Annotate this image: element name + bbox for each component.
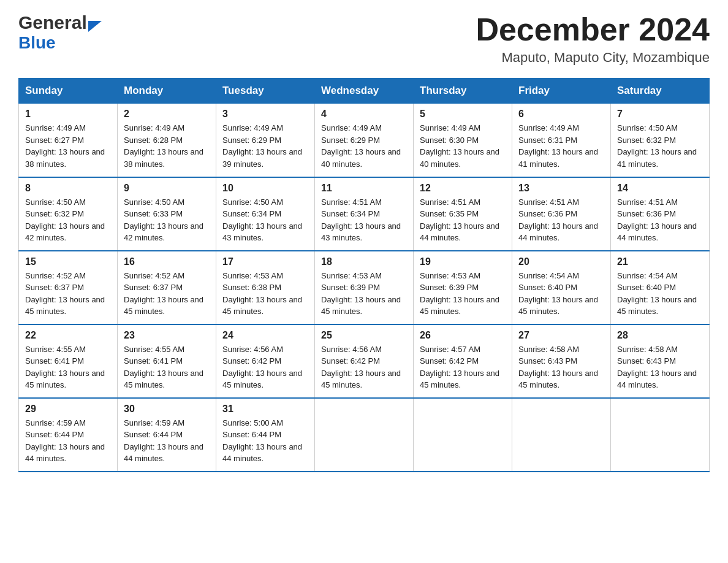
day-number: 20 xyxy=(518,256,604,267)
calendar-table: Sunday Monday Tuesday Wednesday Thursday… xyxy=(18,78,710,472)
day-number: 30 xyxy=(124,404,210,415)
header-friday: Friday xyxy=(512,79,611,104)
day-info: Sunrise: 4:58 AMSunset: 6:43 PMDaylight:… xyxy=(518,345,598,390)
calendar-header-row: Sunday Monday Tuesday Wednesday Thursday… xyxy=(19,79,710,104)
day-number: 27 xyxy=(518,330,604,341)
table-row: 4 Sunrise: 4:49 AMSunset: 6:29 PMDayligh… xyxy=(315,104,414,177)
day-info: Sunrise: 5:00 AMSunset: 6:44 PMDaylight:… xyxy=(222,418,302,464)
title-area: December 2024 Maputo, Maputo City, Mozam… xyxy=(476,12,710,66)
day-info: Sunrise: 4:49 AMSunset: 6:31 PMDaylight:… xyxy=(518,123,598,169)
day-info: Sunrise: 4:56 AMSunset: 6:42 PMDaylight:… xyxy=(222,345,302,390)
table-row: 10 Sunrise: 4:50 AMSunset: 6:34 PMDaylig… xyxy=(216,177,315,251)
day-info: Sunrise: 4:51 AMSunset: 6:36 PMDaylight:… xyxy=(518,197,598,243)
table-row: 2 Sunrise: 4:49 AMSunset: 6:28 PMDayligh… xyxy=(118,104,216,177)
location-subtitle: Maputo, Maputo City, Mozambique xyxy=(476,50,710,66)
day-number: 23 xyxy=(124,330,210,341)
table-row: 6 Sunrise: 4:49 AMSunset: 6:31 PMDayligh… xyxy=(512,104,611,177)
day-number: 15 xyxy=(25,256,111,267)
table-row: 7 Sunrise: 4:50 AMSunset: 6:32 PMDayligh… xyxy=(611,104,710,177)
day-info: Sunrise: 4:49 AMSunset: 6:27 PMDaylight:… xyxy=(25,123,105,169)
table-row: 18 Sunrise: 4:53 AMSunset: 6:39 PMDaylig… xyxy=(315,251,414,324)
day-number: 16 xyxy=(124,256,210,267)
day-info: Sunrise: 4:49 AMSunset: 6:28 PMDaylight:… xyxy=(124,123,203,169)
table-row: 15 Sunrise: 4:52 AMSunset: 6:37 PMDaylig… xyxy=(19,251,118,324)
day-number: 3 xyxy=(222,109,308,120)
calendar-week-row: 1 Sunrise: 4:49 AMSunset: 6:27 PMDayligh… xyxy=(19,104,710,177)
table-row: 28 Sunrise: 4:58 AMSunset: 6:43 PMDaylig… xyxy=(611,324,710,398)
day-number: 28 xyxy=(617,330,703,341)
table-row: 19 Sunrise: 4:53 AMSunset: 6:39 PMDaylig… xyxy=(414,251,512,324)
day-number: 2 xyxy=(124,109,210,120)
day-number: 6 xyxy=(518,109,604,120)
day-info: Sunrise: 4:49 AMSunset: 6:29 PMDaylight:… xyxy=(321,123,401,169)
table-row: 9 Sunrise: 4:50 AMSunset: 6:33 PMDayligh… xyxy=(118,177,216,251)
day-number: 9 xyxy=(124,183,210,194)
svg-marker-0 xyxy=(88,21,102,32)
table-row: 17 Sunrise: 4:53 AMSunset: 6:38 PMDaylig… xyxy=(216,251,315,324)
day-number: 31 xyxy=(222,404,308,415)
day-info: Sunrise: 4:50 AMSunset: 6:33 PMDaylight:… xyxy=(124,197,203,243)
table-row: 27 Sunrise: 4:58 AMSunset: 6:43 PMDaylig… xyxy=(512,324,611,398)
day-number: 13 xyxy=(518,183,604,194)
day-number: 7 xyxy=(617,109,703,120)
day-info: Sunrise: 4:53 AMSunset: 6:39 PMDaylight:… xyxy=(321,271,401,316)
day-number: 19 xyxy=(420,256,506,267)
page-header: General Blue December 2024 Maputo, Maput… xyxy=(18,12,710,66)
table-row: 29 Sunrise: 4:59 AMSunset: 6:44 PMDaylig… xyxy=(19,398,118,472)
table-row xyxy=(414,398,512,472)
header-wednesday: Wednesday xyxy=(315,79,414,104)
table-row: 13 Sunrise: 4:51 AMSunset: 6:36 PMDaylig… xyxy=(512,177,611,251)
day-number: 4 xyxy=(321,109,407,120)
header-monday: Monday xyxy=(118,79,216,104)
calendar-week-row: 15 Sunrise: 4:52 AMSunset: 6:37 PMDaylig… xyxy=(19,251,710,324)
day-info: Sunrise: 4:56 AMSunset: 6:42 PMDaylight:… xyxy=(321,345,401,390)
table-row: 3 Sunrise: 4:49 AMSunset: 6:29 PMDayligh… xyxy=(216,104,315,177)
table-row xyxy=(512,398,611,472)
day-info: Sunrise: 4:49 AMSunset: 6:30 PMDaylight:… xyxy=(420,123,499,169)
calendar-week-row: 8 Sunrise: 4:50 AMSunset: 6:32 PMDayligh… xyxy=(19,177,710,251)
table-row: 25 Sunrise: 4:56 AMSunset: 6:42 PMDaylig… xyxy=(315,324,414,398)
day-number: 14 xyxy=(617,183,703,194)
day-info: Sunrise: 4:51 AMSunset: 6:34 PMDaylight:… xyxy=(321,197,401,243)
table-row: 30 Sunrise: 4:59 AMSunset: 6:44 PMDaylig… xyxy=(118,398,216,472)
table-row: 23 Sunrise: 4:55 AMSunset: 6:41 PMDaylig… xyxy=(118,324,216,398)
day-number: 29 xyxy=(25,404,111,415)
table-row: 1 Sunrise: 4:49 AMSunset: 6:27 PMDayligh… xyxy=(19,104,118,177)
header-tuesday: Tuesday xyxy=(216,79,315,104)
table-row xyxy=(611,398,710,472)
logo-blue-text: Blue xyxy=(18,33,56,52)
day-info: Sunrise: 4:50 AMSunset: 6:32 PMDaylight:… xyxy=(25,197,105,243)
table-row: 20 Sunrise: 4:54 AMSunset: 6:40 PMDaylig… xyxy=(512,251,611,324)
day-info: Sunrise: 4:57 AMSunset: 6:42 PMDaylight:… xyxy=(420,345,499,390)
day-number: 11 xyxy=(321,183,407,194)
day-number: 17 xyxy=(222,256,308,267)
day-info: Sunrise: 4:52 AMSunset: 6:37 PMDaylight:… xyxy=(25,271,105,316)
table-row: 26 Sunrise: 4:57 AMSunset: 6:42 PMDaylig… xyxy=(414,324,512,398)
day-info: Sunrise: 4:59 AMSunset: 6:44 PMDaylight:… xyxy=(25,418,105,464)
day-info: Sunrise: 4:49 AMSunset: 6:29 PMDaylight:… xyxy=(222,123,302,169)
day-info: Sunrise: 4:50 AMSunset: 6:34 PMDaylight:… xyxy=(222,197,302,243)
table-row: 16 Sunrise: 4:52 AMSunset: 6:37 PMDaylig… xyxy=(118,251,216,324)
calendar-week-row: 29 Sunrise: 4:59 AMSunset: 6:44 PMDaylig… xyxy=(19,398,710,472)
day-number: 8 xyxy=(25,183,111,194)
day-number: 12 xyxy=(420,183,506,194)
table-row: 14 Sunrise: 4:51 AMSunset: 6:36 PMDaylig… xyxy=(611,177,710,251)
day-number: 24 xyxy=(222,330,308,341)
table-row: 21 Sunrise: 4:54 AMSunset: 6:40 PMDaylig… xyxy=(611,251,710,324)
table-row: 31 Sunrise: 5:00 AMSunset: 6:44 PMDaylig… xyxy=(216,398,315,472)
logo-general-text: General xyxy=(18,12,87,33)
header-thursday: Thursday xyxy=(414,79,512,104)
day-info: Sunrise: 4:55 AMSunset: 6:41 PMDaylight:… xyxy=(124,345,203,390)
day-number: 1 xyxy=(25,109,111,120)
day-number: 25 xyxy=(321,330,407,341)
day-info: Sunrise: 4:53 AMSunset: 6:39 PMDaylight:… xyxy=(420,271,499,316)
logo: General Blue xyxy=(18,12,102,53)
day-number: 22 xyxy=(25,330,111,341)
day-number: 21 xyxy=(617,256,703,267)
table-row xyxy=(315,398,414,472)
month-title: December 2024 xyxy=(476,12,710,47)
day-info: Sunrise: 4:59 AMSunset: 6:44 PMDaylight:… xyxy=(124,418,203,464)
table-row: 8 Sunrise: 4:50 AMSunset: 6:32 PMDayligh… xyxy=(19,177,118,251)
day-number: 5 xyxy=(420,109,506,120)
day-number: 18 xyxy=(321,256,407,267)
